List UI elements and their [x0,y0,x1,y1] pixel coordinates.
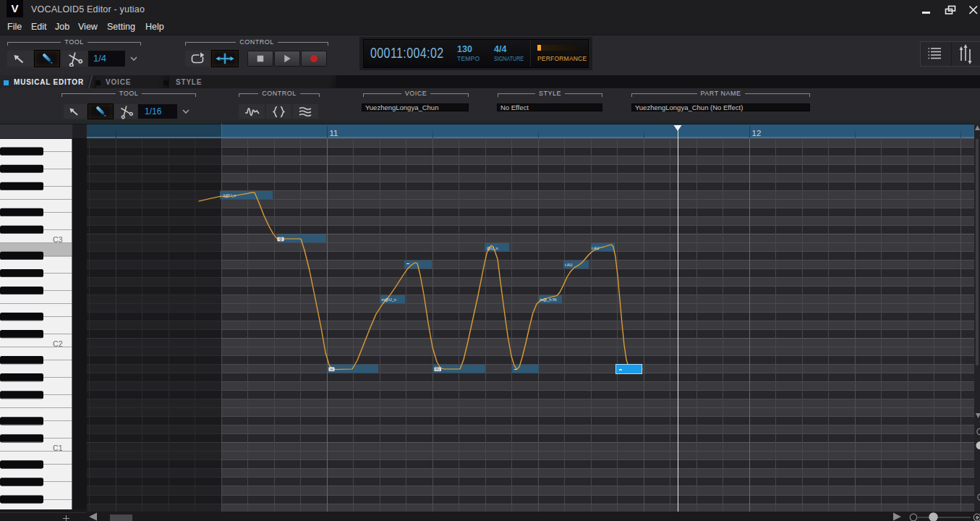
svg-text:t AU: t AU [592,246,599,250]
svg-text:11: 11 [330,129,338,137]
svg-text:l@: l@ [278,237,283,241]
svg-text:@U_n: @U_n [487,246,498,250]
svg-text:t AU: t AU [565,263,572,267]
svg-text:m@U_n: m@U_n [382,297,396,302]
svg-text:ts@_h IN: ts@_h IN [540,297,557,302]
svg-text:l0U: l0U [435,368,440,371]
svg-text:12: 12 [752,129,762,137]
svg-text:b@I l_n: b@I l_n [223,193,237,198]
svg-text:C3: C3 [53,235,63,244]
svg-text:uo: uo [330,368,334,371]
svg-text:C1: C1 [53,444,63,452]
svg-text:C2: C2 [53,339,63,348]
